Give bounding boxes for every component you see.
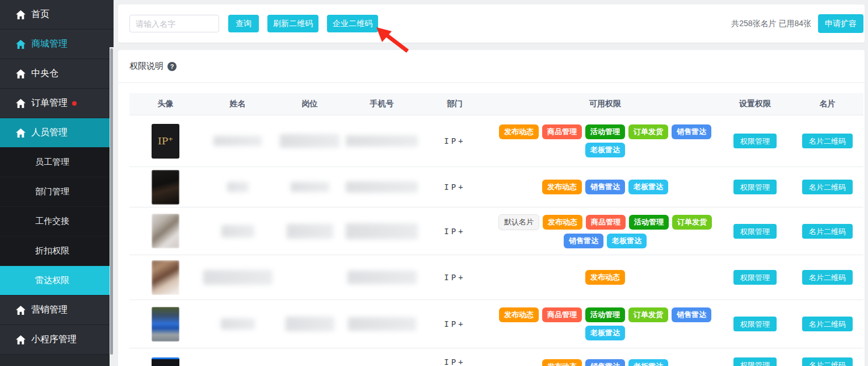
permission-badge-sales: 销售雷达 (585, 180, 625, 194)
card-qrcode-button[interactable]: 名片二维码 (802, 317, 853, 331)
set-permission-cell: 权限管理 (719, 357, 791, 366)
permission-badge-boss: 老板雷达 (585, 326, 625, 340)
avatar-cell: IP⁺ (129, 124, 202, 159)
permission-badge-publish: 发布动态 (543, 215, 582, 230)
permission-badge-publish: 发布动态 (542, 180, 582, 194)
sidebar-item-warehouse[interactable]: 中央仓 (0, 59, 114, 89)
permissions-cell: 发布动态 (492, 268, 719, 286)
set-permission-cell: 权限管理 (719, 180, 791, 194)
badge-line: 发布动态销售雷达老板雷达 (542, 180, 668, 194)
department-value: IP+ (444, 182, 465, 192)
card-cell: 名片二维码 (791, 317, 863, 331)
sidebar-item-personnel[interactable]: 人员管理 (0, 118, 114, 148)
sidebar-item-label: 商城管理 (31, 38, 68, 50)
card-cell: 名片二维码 (791, 224, 863, 239)
phone-cell (346, 135, 418, 147)
sidebar-items: 首页商城管理中央仓订单管理人员管理员工管理部门管理工作交接折扣权限雷达权限营销管… (0, 0, 114, 355)
sidebar-item-employee[interactable]: 员工管理 (0, 148, 114, 177)
home-icon (16, 335, 26, 344)
permissions-cell: 发布动态商品管理活动管理订单发货销售雷达老板雷达 (492, 306, 719, 342)
main-content: 查询 刷新二维码 企业二维码 共258张名片 已用84张 申请扩容 权限说明 ?… (114, 0, 868, 366)
sidebar-item-label: 雷达权限 (35, 275, 69, 286)
column-header-5: 可用权限 (492, 99, 719, 109)
permission-manage-button[interactable]: 权限管理 (733, 357, 777, 366)
panel-title: 权限说明 (129, 61, 163, 72)
phone-cell (346, 317, 418, 331)
search-input[interactable] (129, 15, 219, 32)
permission-badge-boss: 老板雷达 (607, 234, 647, 248)
sidebar-item-mall[interactable]: 商城管理 (0, 30, 114, 59)
card-cell: 名片二维码 (791, 180, 863, 194)
department-cell: IP+ (418, 273, 492, 282)
position-cell (274, 317, 346, 331)
permission-badge-activity: 活动管理 (629, 215, 669, 230)
sidebar-item-miniprogram[interactable]: 小程序管理 (0, 325, 114, 355)
department-cell: IP+ (418, 136, 492, 145)
avatar-cell (129, 214, 202, 248)
permission-badge-activity: 活动管理 (585, 124, 625, 139)
redacted-phone (346, 223, 418, 239)
home-icon (16, 40, 26, 49)
permission-badge-publish: 发布动态 (585, 270, 625, 285)
card-qrcode-button[interactable]: 名片二维码 (802, 180, 853, 194)
permission-badge-boss: 老板雷达 (628, 359, 668, 366)
query-button[interactable]: 查询 (228, 15, 259, 32)
sidebar-item-label: 营销管理 (31, 304, 68, 316)
sidebar-item-home[interactable]: 首页 (0, 0, 114, 30)
sidebar-item-label: 小程序管理 (31, 334, 77, 346)
sidebar-item-label: 订单管理 (31, 97, 68, 109)
card-qrcode-button[interactable]: 名片二维码 (802, 270, 853, 285)
name-cell (202, 270, 274, 285)
permission-manage-button[interactable]: 权限管理 (733, 224, 777, 239)
refresh-qrcode-button[interactable]: 刷新二维码 (267, 15, 318, 32)
department-value: IP+ (444, 357, 465, 366)
card-cell: 名片二维码 (791, 134, 863, 148)
help-icon[interactable]: ? (167, 62, 177, 71)
sidebar-item-handover[interactable]: 工作交接 (0, 207, 114, 236)
permissions-cell: 发布动态销售雷达老板雷达 (492, 178, 719, 196)
card-qrcode-button[interactable]: 名片二维码 (802, 357, 853, 366)
permission-badge-sales: 销售雷达 (585, 359, 625, 366)
sidebar-item-marketing[interactable]: 营销管理 (0, 296, 114, 325)
permission-badge-sales: 销售雷达 (672, 124, 711, 139)
permission-panel: 权限说明 ? 头像姓名岗位手机号部门可用权限设置权限名片 IP⁺IP+发布动态商… (118, 50, 865, 366)
redacted-position (287, 224, 333, 239)
sidebar-scrollbar-thumb[interactable] (110, 48, 113, 355)
expand-capacity-button[interactable]: 申请扩容 (818, 14, 863, 33)
sidebar-scrollbar (110, 47, 114, 366)
name-cell (202, 318, 274, 330)
badge-line: 老板雷达 (585, 143, 625, 157)
permission-manage-button[interactable]: 权限管理 (733, 270, 777, 285)
permissions-cell: 默认名片发布动态商品管理活动管理订单发货销售雷达老板雷达 (492, 213, 719, 250)
sidebar-item-orders[interactable]: 订单管理 (0, 89, 114, 118)
panel-header: 权限说明 ? (118, 50, 865, 83)
permission-badge-product: 商品管理 (586, 215, 626, 230)
redacted-name (203, 270, 272, 285)
avatar-cell (129, 260, 202, 295)
department-cell: IP+ (418, 319, 492, 328)
permission-manage-button[interactable]: 权限管理 (733, 180, 777, 194)
enterprise-qrcode-button[interactable]: 企业二维码 (327, 15, 378, 32)
permission-manage-button[interactable]: 权限管理 (733, 317, 777, 331)
sidebar-item-discount[interactable]: 折扣权限 (0, 236, 114, 266)
redacted-position (286, 317, 334, 331)
table-row: IP+发布动态销售雷达老板雷达权限管理名片二维码 (129, 167, 863, 207)
sidebar-item-radar[interactable]: 雷达权限 (0, 266, 114, 296)
position-cell (274, 224, 346, 239)
redacted-position (291, 182, 329, 192)
redacted-name (213, 136, 262, 146)
avatar (152, 260, 179, 295)
card-qrcode-button[interactable]: 名片二维码 (802, 224, 853, 239)
set-permission-cell: 权限管理 (719, 270, 791, 285)
avatar (152, 214, 179, 248)
sidebar-item-department[interactable]: 部门管理 (0, 177, 114, 207)
redacted-name (221, 225, 254, 238)
permission-manage-button[interactable]: 权限管理 (733, 134, 777, 148)
red-arrow-annotation (375, 27, 412, 53)
permissions-cell: 发布动态销售雷达老板雷达 (492, 357, 719, 366)
name-cell (202, 136, 274, 146)
sidebar-item-label: 人员管理 (31, 127, 68, 139)
table-row: IP+发布动态权限管理名片二维码 (129, 255, 863, 300)
card-qrcode-button[interactable]: 名片二维码 (802, 134, 853, 148)
avatar-logo-text: IP⁺ (158, 135, 173, 147)
